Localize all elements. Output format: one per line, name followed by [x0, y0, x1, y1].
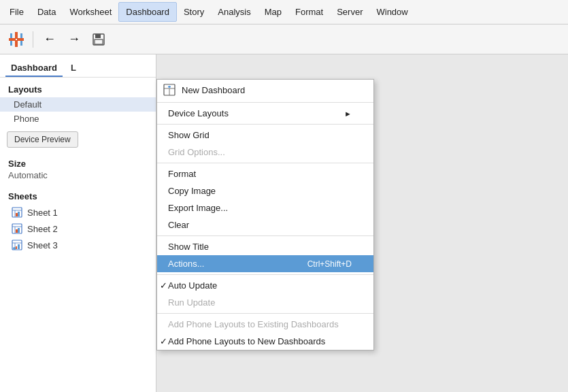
export-image-label: Export Image... [168, 203, 228, 213]
svg-rect-5 [20, 33, 22, 38]
menu-format[interactable]: Format [157, 165, 373, 182]
actions-label: Actions... [168, 259, 204, 269]
new-dashboard-icon [163, 83, 176, 97]
menu-show-title[interactable]: Show Title [157, 238, 373, 255]
auto-update-label: Auto Update [168, 280, 217, 291]
sep-1 [157, 102, 373, 103]
svg-rect-3 [17, 38, 24, 41]
svg-rect-10 [95, 39, 103, 44]
size-section: Size Automatic [0, 153, 156, 186]
menu-story[interactable]: Story [177, 3, 211, 21]
size-value: Automatic [8, 169, 148, 180]
sheet-1-label: Sheet 1 [27, 208, 58, 218]
menu-new-dashboard[interactable]: New Dashboard [157, 80, 373, 100]
device-preview-button[interactable]: Device Preview [7, 131, 78, 148]
sheets-section: Sheets Sheet 1 [0, 186, 156, 259]
tableau-logo-icon [5, 29, 27, 50]
svg-rect-20 [18, 228, 20, 233]
copy-image-label: Copy Image [168, 186, 216, 196]
sheet-item-2[interactable]: Sheet 2 [8, 220, 148, 237]
svg-rect-14 [16, 213, 18, 216]
toolbar-separator-1 [33, 31, 33, 48]
layout-default[interactable]: Default [0, 97, 156, 112]
menu-file[interactable]: File [3, 3, 31, 21]
menu-analysis[interactable]: Analysis [211, 3, 257, 21]
svg-point-26 [13, 247, 16, 250]
layouts-label: Layouts [0, 78, 156, 97]
menu-map[interactable]: Map [258, 3, 288, 21]
sheet-icon-3 [11, 239, 23, 251]
svg-rect-25 [18, 244, 20, 249]
svg-rect-0 [15, 32, 18, 39]
format-label: Format [168, 169, 196, 179]
dashboard-menu: New Dashboard Device Layouts ► Show Grid… [156, 79, 374, 350]
sep-6 [157, 313, 373, 314]
sheet-icon-2 [11, 223, 23, 235]
svg-rect-4 [10, 33, 12, 38]
run-update-label: Run Update [168, 297, 215, 308]
grid-options-label: Grid Options... [168, 147, 225, 157]
add-phone-new-check: ✓ [160, 336, 167, 346]
svg-rect-2 [9, 38, 16, 41]
menu-export-image[interactable]: Export Image... [157, 199, 373, 216]
actions-shortcut: Ctrl+Shift+D [280, 259, 352, 269]
svg-rect-15 [18, 212, 20, 216]
sep-3 [157, 163, 373, 163]
menu-server[interactable]: Server [330, 3, 369, 21]
sheet-2-label: Sheet 2 [27, 224, 58, 234]
svg-rect-24 [16, 246, 17, 249]
sheet-icon-1 [11, 206, 23, 218]
svg-rect-1 [15, 40, 18, 47]
toolbar: ← → [0, 24, 568, 54]
svg-rect-7 [20, 41, 22, 46]
menu-data[interactable]: Data [31, 3, 63, 21]
show-grid-label: Show Grid [168, 130, 210, 140]
show-title-label: Show Title [168, 242, 209, 252]
sep-2 [157, 124, 373, 125]
menu-dashboard[interactable]: Dashboard [118, 2, 177, 22]
save-button[interactable] [88, 29, 110, 50]
device-layouts-arrow: ► [344, 110, 352, 118]
sheet-item-1[interactable]: Sheet 1 [8, 204, 148, 220]
sep-5 [157, 274, 373, 275]
tab-layout[interactable]: L [65, 60, 82, 77]
new-dashboard-label: New Dashboard [182, 85, 245, 95]
sheet-3-label: Sheet 3 [27, 240, 58, 250]
add-phone-new-label: Add Phone Layouts to New Dashboards [168, 336, 325, 346]
device-layouts-label: Device Layouts [168, 108, 229, 118]
svg-rect-9 [95, 34, 101, 38]
layout-phone[interactable]: Phone [0, 112, 156, 126]
main-layout: Dashboard L Layouts Default Phone Device… [0, 54, 568, 392]
forward-button[interactable]: → [63, 29, 85, 50]
menu-run-update: Run Update [157, 294, 373, 311]
svg-rect-6 [10, 41, 12, 46]
menu-device-layouts[interactable]: Device Layouts ► [157, 105, 373, 122]
back-button[interactable]: ← [39, 29, 61, 50]
menu-add-phone-new[interactable]: ✓ Add Phone Layouts to New Dashboards [157, 333, 373, 350]
add-phone-existing-label: Add Phone Layouts to Existing Dashboards [168, 319, 339, 329]
svg-rect-19 [16, 229, 18, 233]
size-label: Size [8, 159, 148, 169]
auto-update-check: ✓ [160, 280, 167, 291]
menu-clear[interactable]: Clear [157, 216, 373, 233]
menu-worksheet[interactable]: Worksheet [63, 3, 118, 21]
menubar: File Data Worksheet Dashboard Story Anal… [0, 0, 568, 24]
sheets-label: Sheets [8, 191, 148, 201]
menu-window[interactable]: Window [369, 3, 414, 21]
menu-add-phone-existing: Add Phone Layouts to Existing Dashboards [157, 316, 373, 333]
left-panel: Dashboard L Layouts Default Phone Device… [0, 54, 156, 392]
menu-format[interactable]: Format [288, 3, 330, 21]
sheet-item-3[interactable]: Sheet 3 [8, 237, 148, 253]
menu-grid-options: Grid Options... [157, 144, 373, 161]
tab-dashboard[interactable]: Dashboard [5, 60, 63, 77]
menu-copy-image[interactable]: Copy Image [157, 182, 373, 199]
clear-label: Clear [168, 220, 189, 230]
menu-actions[interactable]: Actions... Ctrl+Shift+D [157, 255, 373, 272]
sep-4 [157, 235, 373, 236]
menu-show-grid[interactable]: Show Grid [157, 127, 373, 144]
panel-tabs: Dashboard L [0, 60, 156, 78]
menu-auto-update[interactable]: ✓ Auto Update [157, 277, 373, 294]
